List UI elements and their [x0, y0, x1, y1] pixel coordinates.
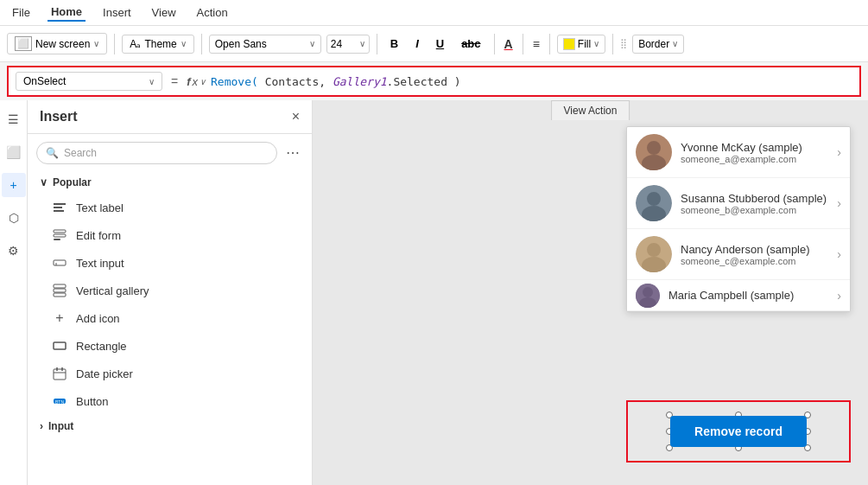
- insert-vertical-gallery-item[interactable]: Vertical gallery: [28, 277, 312, 304]
- svg-rect-9: [54, 289, 66, 292]
- insert-edit-form-item[interactable]: Edit form: [28, 221, 312, 249]
- input-category[interactable]: › Input: [28, 415, 312, 437]
- property-chevron: ∨: [149, 77, 155, 86]
- gallery-text-2: Susanna Stubberod (sample) someone_b@exa…: [681, 192, 828, 215]
- formula-fx-label: f: [187, 75, 190, 88]
- insert-rectangle-item[interactable]: Rectangle: [28, 332, 312, 360]
- menu-view[interactable]: View: [149, 4, 180, 21]
- gallery-item-4[interactable]: Maria Campbell (sample) ›: [627, 280, 850, 311]
- font-size-value: 24: [331, 38, 342, 50]
- toolbar: ⬜ New screen ∨ Aₐ Theme ∨ Open Sans ∨ 24…: [0, 26, 868, 62]
- layers-icon: ☰: [8, 112, 19, 126]
- input-chevron-icon: ›: [40, 420, 43, 432]
- menu-home[interactable]: Home: [48, 3, 86, 22]
- insert-date-picker-item[interactable]: Date picker: [28, 360, 312, 387]
- new-screen-button[interactable]: ⬜ New screen ∨: [7, 33, 107, 54]
- fill-color-swatch: [563, 38, 575, 50]
- font-family-selector[interactable]: Open Sans ∨: [209, 35, 321, 54]
- gallery-item-1[interactable]: Yvonne McKay (sample) someone_a@example.…: [627, 127, 850, 178]
- divider-4: [494, 34, 495, 54]
- formula-remove-keyword: Remove(: [211, 75, 258, 88]
- fill-button[interactable]: Fill ∨: [557, 35, 605, 54]
- sidebar-insert-button[interactable]: +: [2, 173, 26, 197]
- main-area: ☰ ⬜ + ⬡ ⚙ Insert × 🔍 Search ⋯ ∨: [0, 100, 868, 485]
- vertical-gallery-icon: [52, 283, 67, 298]
- gallery-email-1: someone_a@example.com: [681, 154, 828, 164]
- input-category-label: Input: [48, 420, 73, 432]
- svg-rect-1: [54, 207, 62, 208]
- popular-category[interactable]: ∨ Popular: [28, 171, 312, 194]
- formula-content[interactable]: Remove( Contacts, Gallery1.Selected ): [211, 75, 852, 88]
- sidebar-data-button[interactable]: ⬡: [2, 206, 26, 230]
- insert-text-label-item[interactable]: Text label: [28, 194, 312, 221]
- search-placeholder: Search: [64, 147, 97, 159]
- svg-point-21: [647, 192, 661, 206]
- svg-rect-6: [54, 260, 66, 265]
- button-icon: BTN: [52, 393, 67, 409]
- svg-rect-10: [54, 293, 66, 297]
- svg-point-18: [647, 141, 661, 155]
- sidebar-controls-button[interactable]: ⚙: [2, 239, 26, 263]
- fill-label: Fill: [578, 38, 591, 50]
- remove-record-button[interactable]: Remove record: [670, 416, 807, 447]
- italic-button[interactable]: I: [409, 34, 425, 54]
- border-chevron: ∨: [672, 39, 678, 48]
- fill-chevron: ∨: [593, 39, 599, 48]
- rectangle-icon: [52, 338, 67, 354]
- insert-plus-icon: +: [10, 178, 16, 192]
- formula-x-label: x: [193, 75, 199, 88]
- category-label: Popular: [53, 176, 92, 188]
- theme-button[interactable]: Aₐ Theme ∨: [122, 35, 193, 54]
- divider-1: [114, 34, 115, 54]
- formula-selected: Selected: [393, 75, 453, 88]
- sidebar-screens-button[interactable]: ⬜: [2, 140, 26, 164]
- font-size-chevron: ∨: [359, 39, 365, 48]
- insert-close-button[interactable]: ×: [292, 109, 300, 124]
- insert-panel: Insert × 🔍 Search ⋯ ∨ Popular Text label: [28, 100, 313, 485]
- menu-insert[interactable]: Insert: [99, 4, 135, 21]
- date-picker-item-label: Date picker: [76, 367, 133, 380]
- formula-gallery-ref: Gallery1: [326, 75, 386, 88]
- svg-rect-11: [54, 342, 66, 349]
- svg-point-19: [642, 155, 666, 170]
- gallery-text-1: Yvonne McKay (sample) someone_a@example.…: [681, 141, 828, 164]
- sidebar-layers-button[interactable]: ☰: [2, 107, 26, 131]
- svg-rect-0: [54, 203, 66, 205]
- gallery-chevron-4: ›: [837, 289, 841, 303]
- canvas-area[interactable]: View Action Yvonne McKay (sample) someon…: [313, 100, 868, 485]
- border-dots-icon: ⣿: [620, 38, 627, 49]
- gallery-text-3: Nancy Anderson (sample) someone_c@exampl…: [681, 243, 828, 266]
- svg-rect-8: [54, 284, 66, 288]
- more-options-icon[interactable]: ⋯: [282, 141, 303, 164]
- insert-add-icon-item[interactable]: + Add icon: [28, 304, 312, 332]
- border-button[interactable]: Border ∨: [632, 35, 684, 54]
- view-action-tab[interactable]: View Action: [551, 100, 630, 120]
- avatar-4: [636, 284, 660, 308]
- gallery-item-3[interactable]: Nancy Anderson (sample) someone_c@exampl…: [627, 229, 850, 280]
- menu-file[interactable]: File: [9, 4, 34, 21]
- underline-button[interactable]: U: [430, 34, 450, 54]
- gallery-panel: Yvonne McKay (sample) someone_a@example.…: [626, 126, 851, 312]
- font-size-selector[interactable]: 24 ∨: [326, 35, 370, 54]
- formula-equals: =: [171, 74, 178, 88]
- font-family-chevron: ∨: [309, 39, 315, 48]
- svg-rect-3: [54, 230, 66, 233]
- font-color-button[interactable]: A: [502, 35, 516, 54]
- gallery-item-2[interactable]: Susanna Stubberod (sample) someone_b@exa…: [627, 178, 850, 229]
- button-item-label: Button: [76, 395, 109, 408]
- strikethrough-button[interactable]: abc: [455, 34, 486, 54]
- avatar-1: [636, 134, 672, 170]
- menu-action[interactable]: Action: [193, 4, 231, 21]
- insert-button-item[interactable]: BTN Button: [28, 387, 312, 415]
- gallery-name-2: Susanna Stubberod (sample): [681, 192, 828, 205]
- property-selector[interactable]: OnSelect ∨: [16, 72, 162, 91]
- divider-6: [549, 34, 550, 54]
- insert-search-box[interactable]: 🔍 Search: [36, 142, 277, 164]
- insert-text-input-item[interactable]: Text input: [28, 249, 312, 277]
- formula-fx-button[interactable]: f x ∨: [187, 75, 206, 88]
- screens-icon: ⬜: [6, 145, 21, 159]
- svg-point-24: [647, 243, 661, 257]
- bold-button[interactable]: B: [384, 34, 404, 54]
- align-button[interactable]: ≡: [530, 35, 542, 54]
- divider-7: [612, 34, 613, 54]
